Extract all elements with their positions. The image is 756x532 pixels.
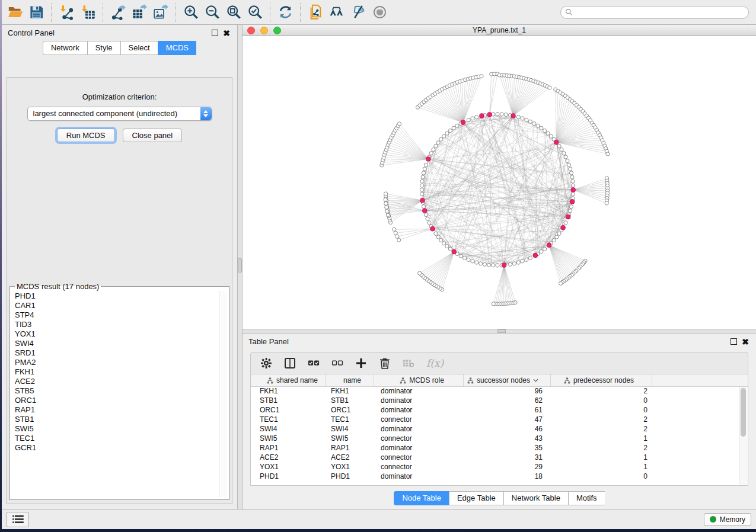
float-panel-icon[interactable] [729,337,738,347]
mcds-result-item[interactable]: ORC1 [15,396,229,405]
table-row[interactable]: SWI4 SWI4 dominator 46 2 [251,425,748,434]
export-network-icon[interactable] [107,2,129,23]
mcds-result-item[interactable]: SWI4 [15,339,229,348]
table-row[interactable]: FKH1 FKH1 dominator 96 2 [251,387,748,396]
mcds-result-item[interactable]: CAR1 [15,301,229,310]
mcds-result-item[interactable]: RAP1 [15,405,229,415]
task-history-button[interactable] [7,512,29,527]
column-header-predecessor-nodes[interactable]: predecessor nodes [551,374,652,386]
optimization-criterion-label: Optimization criterion: [7,92,232,101]
mcds-result-legend: MCDS result (17 nodes) [15,282,101,291]
mcds-result-item[interactable]: PMA2 [15,358,229,367]
criterion-dropdown[interactable]: largest connected component (undirected) [27,107,212,121]
table-row[interactable]: STB1 STB1 dominator 62 0 [251,396,748,406]
mcds-result-item[interactable]: SRD1 [15,348,229,358]
network-window-titlebar[interactable]: YPA_prune.txt_1 [243,25,756,36]
mcds-result-item[interactable]: STP4 [15,310,229,320]
memory-label: Memory [720,515,745,524]
birdseye-view-icon[interactable] [369,2,390,23]
run-mcds-button[interactable]: Run MCDS [57,129,115,142]
show-columns-icon[interactable] [284,357,296,369]
minimize-window-icon[interactable] [260,27,268,34]
close-panel-button[interactable]: Close panel [123,129,183,142]
vertical-split-divider[interactable] [237,25,243,509]
column-header-name[interactable]: name [326,374,374,386]
network-canvas[interactable] [243,36,756,329]
zoom-out-icon[interactable] [202,2,223,23]
delete-column-icon[interactable] [379,357,391,369]
mcds-result-item[interactable]: SWI5 [15,424,229,434]
control-panel-tab[interactable]: Select [120,41,158,55]
table-tab[interactable]: Network Table [503,491,568,505]
toolbar-separator [103,3,103,22]
result-scrollbar[interactable] [219,291,227,497]
maximize-window-icon[interactable] [273,27,281,34]
import-network-icon[interactable] [56,2,77,23]
zoom-selected-icon[interactable] [244,2,266,23]
float-panel-icon[interactable] [210,28,219,38]
table-scrollbar[interactable] [739,387,747,485]
close-panel-icon[interactable]: ✖ [741,337,750,347]
table-row[interactable]: SWI5 SWI5 connector 43 1 [251,434,748,444]
zoom-fit-icon[interactable] [223,2,244,23]
new-network-from-selection-icon[interactable] [305,2,326,23]
table-tab[interactable]: Motifs [568,491,605,505]
toolbar-separator [300,3,301,22]
mcds-result-item[interactable]: TEC1 [15,434,229,443]
column-header-successor-nodes[interactable]: successor nodes [464,374,551,386]
column-header-mcds-role[interactable]: MCDS role [374,374,464,386]
control-panel-title: Control Panel [8,28,208,37]
table-row[interactable]: TEC1 TEC1 connector 47 2 [251,415,748,425]
control-panel-tab[interactable]: Network [43,41,87,55]
control-panel-tab[interactable]: Style [87,41,120,55]
memory-button[interactable]: Memory [704,513,751,526]
function-builder-icon: f(x) [426,357,444,369]
network-finder-icon[interactable] [326,2,347,23]
mcds-result-item[interactable]: PHD1 [15,291,229,301]
network-graph[interactable] [243,36,756,328]
import-table-icon[interactable] [77,2,98,23]
search-input[interactable] [560,6,749,19]
zoom-in-icon[interactable] [180,2,202,23]
control-panel-tab[interactable]: MCDS [158,41,196,55]
select-all-columns-icon[interactable] [308,357,320,369]
unselect-all-columns-icon[interactable] [331,357,343,369]
node-table: shared name name MCDS role successor nod… [250,374,748,486]
mcds-result-item[interactable]: TID3 [15,320,229,329]
table-tabs: Node TableEdge TableNetwork TableMotifs [243,491,756,505]
table-row[interactable]: YOX1 YOX1 connector 29 1 [251,463,748,472]
save-session-icon[interactable] [25,2,47,23]
cytoscape-window: Control Panel ✖ NetworkStyleSelectMCDS O… [2,0,756,529]
divider-grip[interactable] [238,258,242,273]
mcds-result-item[interactable]: ACE2 [15,377,229,386]
open-file-icon[interactable] [4,2,25,23]
table-row[interactable]: PHD1 PHD1 dominator 18 0 [251,472,748,482]
mcds-result-item[interactable]: FKH1 [15,367,229,377]
mcds-result-item[interactable]: STB1 [15,415,229,424]
close-window-icon[interactable] [247,27,255,34]
refresh-layout-icon[interactable] [275,2,296,23]
table-tab[interactable]: Edge Table [449,491,503,505]
table-row[interactable]: ORC1 ORC1 dominator 61 0 [251,406,748,415]
search-field [560,6,749,19]
mcds-result-item[interactable]: GCR1 [15,443,229,453]
search-icon [565,8,573,16]
horizontal-split-divider[interactable] [243,329,756,334]
hierarchy-icon [564,377,570,384]
scrollbar-thumb[interactable] [741,388,746,437]
export-image-icon[interactable] [150,2,171,23]
add-column-icon[interactable] [355,357,367,369]
hide-graphics-details-icon[interactable] [347,2,369,23]
memory-status-icon [710,516,716,523]
export-table-icon[interactable] [129,2,150,23]
table-tab[interactable]: Node Table [394,491,449,505]
divider-grip[interactable] [497,329,506,333]
mcds-result-item[interactable]: STB5 [15,386,229,396]
column-header-shared-name[interactable]: shared name [251,374,326,386]
table-row[interactable]: ACE2 ACE2 connector 31 1 [251,453,748,463]
mcds-result-item[interactable]: YOX1 [15,329,229,339]
close-panel-icon[interactable]: ✖ [222,28,231,38]
table-header-row: shared name name MCDS role successor nod… [251,374,748,387]
table-settings-icon[interactable] [260,357,272,369]
table-row[interactable]: RAP1 RAP1 dominator 35 2 [251,444,748,453]
